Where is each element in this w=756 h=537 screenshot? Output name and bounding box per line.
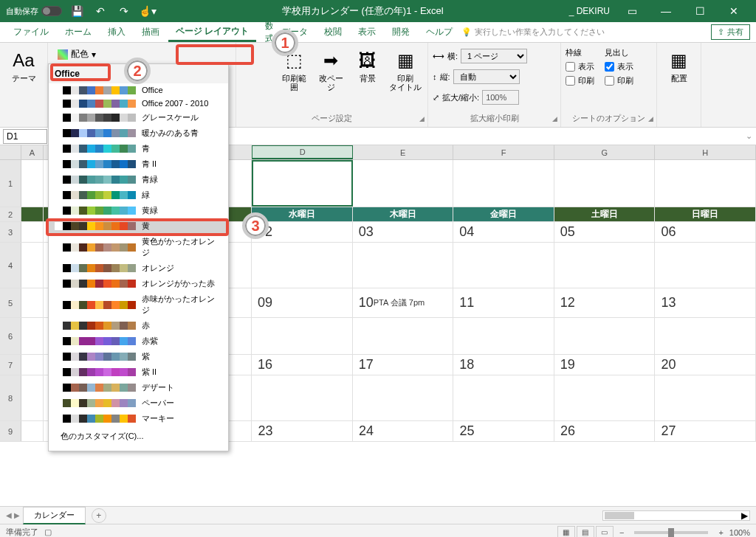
cell[interactable]: 12 <box>554 288 656 317</box>
cell[interactable] <box>21 243 43 288</box>
zoom-out-icon[interactable]: − <box>619 528 624 537</box>
print-titles-button[interactable]: ▦印刷 タイトル <box>388 46 423 94</box>
close-icon[interactable]: ✕ <box>718 1 750 21</box>
expand-icon[interactable]: ◢ <box>648 115 653 122</box>
breaks-button[interactable]: ➡改ページ <box>315 46 348 94</box>
row-header[interactable]: 9 <box>0 421 21 441</box>
gridlines-print-check[interactable] <box>566 76 575 86</box>
undo-icon[interactable]: ↶ <box>92 2 109 20</box>
save-icon[interactable]: 💾 <box>68 2 86 20</box>
cell[interactable]: 09 <box>252 288 353 317</box>
cell[interactable] <box>655 318 756 354</box>
cell[interactable] <box>453 243 554 288</box>
zoom-level[interactable]: 100% <box>729 528 750 537</box>
gridlines-view-check[interactable] <box>566 62 575 72</box>
color-theme-11[interactable]: オレンジ <box>49 260 228 276</box>
cell[interactable] <box>21 318 43 354</box>
colors-button[interactable]: 配色 ▾ <box>52 46 101 63</box>
cell[interactable] <box>21 421 43 441</box>
cell[interactable] <box>252 375 353 420</box>
tab-review[interactable]: 校閲 <box>317 22 349 42</box>
color-theme-10[interactable]: 黄色がかったオレンジ <box>49 234 228 260</box>
cell[interactable]: 24 <box>353 421 454 441</box>
cell[interactable]: 23 <box>252 421 353 441</box>
color-theme-1[interactable]: Office 2007 - 2010 <box>49 97 228 110</box>
cell[interactable]: 11 <box>453 288 554 317</box>
row-header[interactable]: 2 <box>0 207 21 221</box>
themes-button[interactable]: Aa テーマ <box>6 46 41 86</box>
expand-icon[interactable]: ◢ <box>552 115 557 122</box>
cell[interactable] <box>21 355 43 375</box>
background-button[interactable]: 🖼背景 <box>351 46 385 86</box>
row-header[interactable]: 5 <box>0 288 21 317</box>
cell[interactable] <box>554 243 656 288</box>
color-theme-16[interactable]: 紫 <box>49 349 228 364</box>
cell[interactable]: 13 <box>655 288 756 317</box>
cell[interactable]: 17 <box>353 355 454 375</box>
cell[interactable] <box>554 375 656 420</box>
view-normal-icon[interactable]: ▦ <box>557 526 575 538</box>
add-sheet-button[interactable]: + <box>92 508 106 523</box>
row-header[interactable]: 1 <box>0 160 21 207</box>
sheet-nav[interactable]: ◀ ▶ <box>6 511 20 519</box>
share-button[interactable]: ⇪共有 <box>711 24 750 40</box>
color-theme-19[interactable]: ペーパー <box>49 395 228 411</box>
col-a[interactable]: A <box>21 145 43 159</box>
expand-icon[interactable]: ◢ <box>419 115 425 122</box>
cell[interactable] <box>353 243 454 288</box>
tab-insert[interactable]: 挿入 <box>100 22 133 42</box>
cell[interactable]: 10PTA 会議 7pm <box>353 288 454 317</box>
color-theme-0[interactable]: Office <box>49 83 228 97</box>
cell[interactable] <box>655 375 756 420</box>
formula-expand-icon[interactable]: ⌄ <box>741 131 756 141</box>
customize-colors[interactable]: 色のカスタマイズ(C)... <box>49 426 228 446</box>
color-theme-4[interactable]: 青 <box>49 141 228 156</box>
color-theme-17[interactable]: 紫 II <box>49 364 228 380</box>
cell[interactable]: 日曜日 <box>655 207 756 221</box>
height-select[interactable]: 自動 <box>453 69 520 84</box>
cell[interactable]: 06 <box>655 222 756 242</box>
cell[interactable] <box>21 160 43 207</box>
col-e[interactable]: E <box>353 145 454 159</box>
col-h[interactable]: H <box>655 145 756 159</box>
arrange-button[interactable]: ▦配置 <box>662 46 696 86</box>
width-select[interactable]: 1 ページ <box>461 49 527 63</box>
cell[interactable]: 05 <box>554 222 656 242</box>
cell[interactable]: 木曜日 <box>353 207 454 221</box>
autosave-toggle[interactable] <box>41 6 62 16</box>
cell[interactable] <box>453 318 554 354</box>
cell[interactable]: 03 <box>353 222 454 242</box>
cell[interactable] <box>21 207 43 221</box>
color-theme-15[interactable]: 赤紫 <box>49 333 228 349</box>
cell[interactable]: 04 <box>453 222 554 242</box>
color-theme-14[interactable]: 赤 <box>49 318 228 333</box>
cell[interactable] <box>21 222 43 242</box>
view-page-break-icon[interactable]: ▭ <box>596 526 614 538</box>
cell[interactable]: 26 <box>554 421 656 441</box>
tab-view[interactable]: 表示 <box>351 22 383 42</box>
row-header[interactable]: 7 <box>0 355 21 375</box>
cell[interactable] <box>453 375 554 420</box>
cell[interactable]: 18 <box>453 355 554 375</box>
cell[interactable] <box>252 160 353 207</box>
cell[interactable]: 25 <box>453 421 554 441</box>
row-header[interactable]: 3 <box>0 222 21 242</box>
cell[interactable] <box>21 375 43 420</box>
cell[interactable]: 27 <box>655 421 756 441</box>
tab-formulas[interactable]: 数式 <box>258 22 272 42</box>
cell[interactable] <box>252 318 353 354</box>
tab-draw[interactable]: 描画 <box>134 22 167 42</box>
maximize-icon[interactable]: ☐ <box>684 1 716 21</box>
col-d[interactable]: D <box>252 145 353 159</box>
name-box[interactable]: D1 <box>3 129 47 144</box>
tab-file[interactable]: ファイル <box>6 22 56 42</box>
headings-print-check[interactable] <box>605 76 614 86</box>
cell[interactable]: 金曜日 <box>453 207 554 221</box>
tab-home[interactable]: ホーム <box>58 22 99 42</box>
cell[interactable]: 20 <box>655 355 756 375</box>
cell[interactable] <box>353 375 454 420</box>
cell[interactable]: 16 <box>252 355 353 375</box>
color-theme-2[interactable]: グレースケール <box>49 110 228 125</box>
scale-input[interactable] <box>482 90 519 105</box>
touch-mode-icon[interactable]: ☝▾ <box>139 2 157 20</box>
